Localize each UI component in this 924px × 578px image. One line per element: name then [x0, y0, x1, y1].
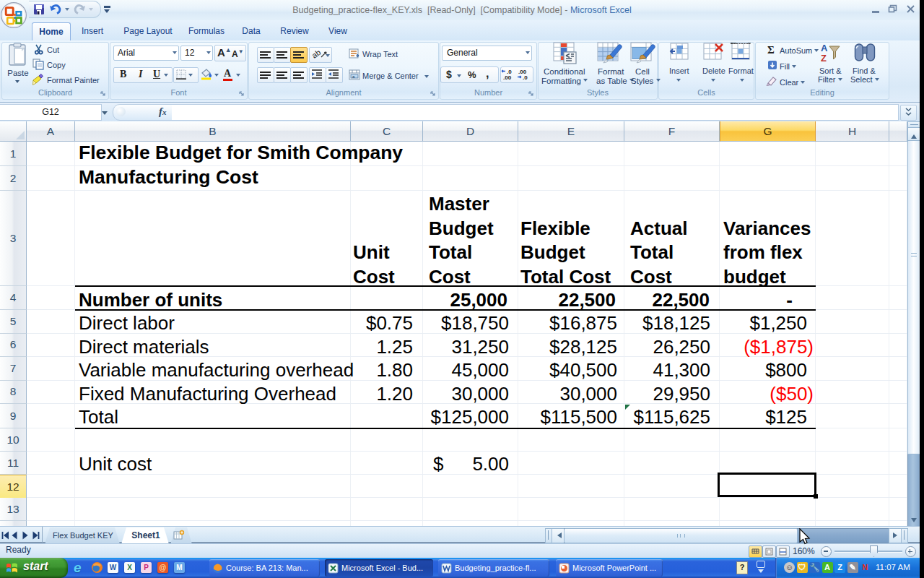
- svg-text:A: A: [821, 43, 828, 53]
- svg-text:Z: Z: [821, 53, 827, 64]
- svg-text:.0: .0: [523, 74, 528, 81]
- svg-text:.00: .00: [503, 74, 512, 81]
- svg-text:ab: ab: [310, 48, 322, 60]
